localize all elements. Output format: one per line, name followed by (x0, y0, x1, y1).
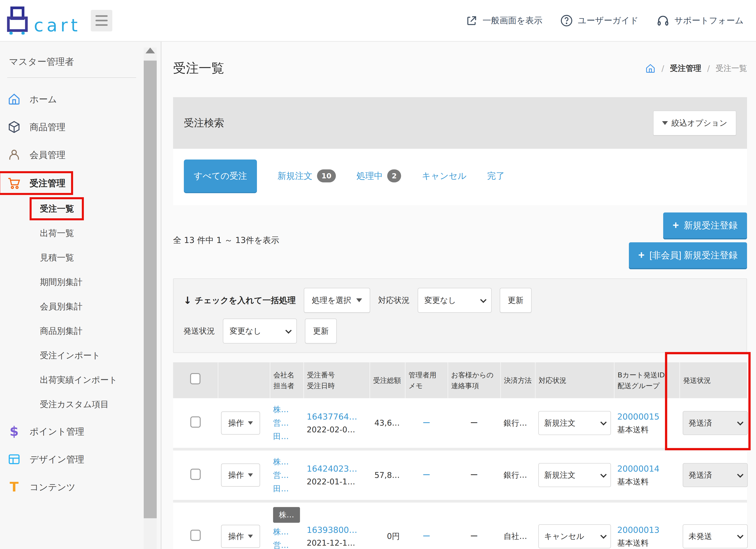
sidebar-item-order-list[interactable]: 受注一覧 (7, 203, 74, 214)
company-link[interactable]: 株… (273, 455, 300, 469)
sidebar-toggle-button[interactable] (91, 10, 112, 31)
row-status-select[interactable]: 新規注文 (538, 463, 611, 487)
company-link[interactable]: 田… (273, 430, 300, 443)
bcart-admin-app: cart 一般画面を表示 (0, 0, 756, 549)
company-link[interactable]: 営… (273, 538, 300, 549)
row-action-button[interactable]: 操作 (221, 412, 260, 435)
payment-method: 銀行… (500, 398, 535, 449)
topbar-link-support-form[interactable]: サポートフォーム (656, 14, 744, 27)
breadcrumb-order-list: 受注一覧 (716, 63, 747, 74)
sidebar-item-product-summary[interactable]: 商品別集計 (7, 325, 83, 337)
cart-icon (7, 176, 21, 190)
sidebar-item-order-import[interactable]: 受注インポート (7, 350, 100, 361)
bcart-shipping-id-link[interactable]: 20000014 (617, 462, 676, 475)
shipping-select[interactable]: 変更なし (223, 319, 297, 344)
sidebar-item-label: 商品管理 (30, 121, 65, 133)
payment-method: 自社… (500, 501, 535, 549)
sidebar-scrollbar[interactable] (144, 48, 157, 549)
plus-icon: + (673, 221, 679, 229)
order-cell: 16424023… 2022-01-1… (304, 449, 370, 501)
process-select-button[interactable]: 処理を選択 (304, 288, 370, 313)
col-total: 受注総額 (370, 362, 405, 398)
sidebar-item-order-custom-fields[interactable]: 受注カスタム項目 (7, 399, 109, 410)
order-number-link[interactable]: 16393800… (307, 523, 367, 537)
sidebar-item-orders[interactable]: 受注管理 (7, 176, 65, 190)
sidebar-item-period-summary[interactable]: 期間別集計 (7, 277, 83, 288)
batch-action-panel: ↓ チェックを入れて一括処理 処理を選択 対応状況 変更なし 更新 発 (173, 279, 747, 353)
company-link[interactable]: 営… (273, 416, 300, 430)
plus-icon: + (638, 251, 645, 259)
customer-contact: ー (448, 449, 500, 501)
shipping-update-button[interactable]: 更新 (305, 319, 337, 344)
tab-new-orders[interactable]: 新規注文 10 (278, 169, 336, 182)
sidebar-item-points[interactable]: $ ポイント管理 (7, 425, 84, 438)
row-shipping-select[interactable]: 発送済 (683, 463, 748, 487)
row-status-select[interactable]: キャンセル (538, 524, 611, 548)
admin-memo-link[interactable]: ー (423, 471, 430, 479)
row-checkbox[interactable] (190, 416, 201, 428)
company-link[interactable]: 営… (273, 469, 300, 482)
tab-cancelled[interactable]: キャンセル (422, 170, 467, 182)
scrollbar-up-arrow-icon[interactable] (146, 48, 155, 53)
status-select[interactable]: 変更なし (418, 288, 492, 313)
sidebar-item-shipment-list[interactable]: 出荷一覧 (7, 227, 74, 239)
row-status-select[interactable]: 新規注文 (538, 411, 611, 435)
guest-new-order-button[interactable]: + [非会員] 新規受注登録 (629, 242, 747, 268)
main-content: 受注一覧 / 受注管理 / 受注一覧 受注検索 (161, 42, 756, 549)
topbar-link-label: 一般画面を表示 (482, 15, 542, 26)
scrollbar-thumb[interactable] (144, 61, 157, 518)
tab-processing[interactable]: 処理中 2 (356, 169, 401, 182)
sidebar-item-products[interactable]: 商品管理 (7, 120, 65, 133)
row-action-button[interactable]: 操作 (221, 525, 260, 548)
row-shipping-select[interactable]: 未発送 (683, 524, 748, 548)
order-search-panel: 受注検索 絞込オプション すべての受注 新規注文 10 処理中 2 (173, 97, 747, 205)
new-orders-count-badge: 10 (317, 169, 336, 182)
bcart-shipping-id-link[interactable]: 20000013 (617, 523, 676, 537)
table-row: 操作 株… 営… 田… 16437764… 20 (173, 398, 747, 449)
bcart-cell: 20000013 基本送料 (614, 501, 680, 549)
bcart-logo-icon (6, 7, 30, 35)
row-checkbox[interactable] (190, 530, 201, 541)
order-date: 2021-12-1… (307, 537, 367, 549)
cube-icon (7, 120, 21, 133)
chevron-down-icon (600, 471, 607, 478)
breadcrumb-order-management[interactable]: 受注管理 (670, 63, 701, 74)
sidebar-item-shipping-result-import[interactable]: 出荷実績インポート (7, 374, 117, 386)
select-all-checkbox[interactable] (190, 373, 200, 384)
bcart-shipping-id-link[interactable]: 20000015 (617, 410, 676, 423)
dollar-icon: $ (7, 425, 21, 438)
sidebar-item-contents[interactable]: T コンテンツ (7, 481, 76, 494)
filter-options-button[interactable]: 絞込オプション (653, 111, 736, 135)
sidebar-item-member-summary[interactable]: 会員別集計 (7, 301, 83, 312)
row-shipping-select[interactable]: 発送済 (683, 411, 748, 435)
customer-contact: ー (448, 398, 500, 449)
tab-completed[interactable]: 完了 (487, 170, 505, 182)
company-link[interactable]: 田… (273, 482, 300, 495)
caret-down-icon (662, 121, 668, 125)
admin-memo-link[interactable]: ー (423, 532, 430, 541)
sidebar-item-members[interactable]: 会員管理 (7, 148, 65, 161)
sidebar-role-label: マスター管理者 (7, 56, 161, 68)
bcart-logo[interactable]: cart (6, 7, 81, 35)
sidebar-item-home[interactable]: ホーム (7, 93, 57, 106)
row-action-button[interactable]: 操作 (221, 464, 260, 487)
breadcrumb-home-icon[interactable] (645, 63, 656, 74)
company-link[interactable]: 株… (273, 525, 300, 538)
status-label: 対応状況 (378, 295, 410, 306)
row-checkbox[interactable] (190, 469, 201, 480)
sidebar-item-design[interactable]: デザイン管理 (7, 453, 84, 466)
order-number-link[interactable]: 16437764… (307, 410, 367, 423)
company-link[interactable]: 株… (273, 403, 300, 416)
sidebar-item-label: 会員別集計 (40, 301, 83, 312)
chevron-down-icon (737, 419, 743, 425)
topbar-link-user-guide[interactable]: ユーザーガイド (560, 14, 638, 27)
status-update-button[interactable]: 更新 (500, 288, 532, 313)
new-order-button[interactable]: + 新規受注登録 (663, 212, 747, 238)
col-status: 対応状況 (535, 362, 614, 398)
sidebar-divider (7, 77, 136, 78)
admin-memo-link[interactable]: ー (423, 419, 430, 427)
sidebar-item-quote-list[interactable]: 見積一覧 (7, 252, 74, 263)
order-number-link[interactable]: 16424023… (307, 462, 367, 475)
tab-all-orders[interactable]: すべての受注 (184, 159, 257, 192)
topbar-link-storefront[interactable]: 一般画面を表示 (466, 15, 542, 26)
